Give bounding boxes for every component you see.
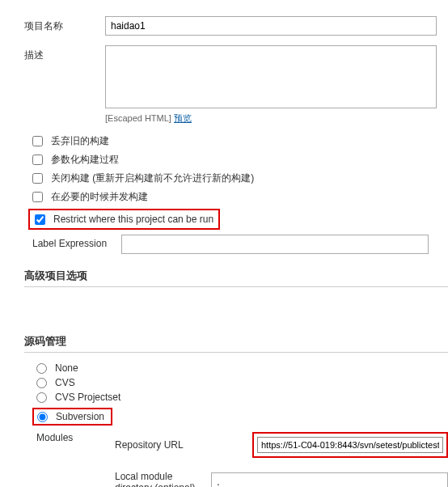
discard-old-checkbox[interactable]	[32, 136, 43, 146]
subversion-highlight-box: Subversion	[32, 408, 112, 426]
scm-cvsprojectset-label: CVS Projectset	[55, 392, 120, 403]
restrict-label: Restrict where this project can be run	[53, 214, 213, 225]
modules-label: Modules	[36, 432, 115, 443]
concurrent-checkbox[interactable]	[32, 192, 43, 202]
scm-cvs-radio[interactable]	[36, 378, 47, 388]
param-build-checkbox[interactable]	[32, 155, 43, 165]
scm-subversion-label: Subversion	[56, 411, 104, 422]
close-build-label: 关闭构建 (重新开启构建前不允许进行新的构建)	[51, 172, 254, 185]
escaped-html-text: [Escaped HTML]	[105, 113, 171, 123]
preview-link[interactable]: 预览	[174, 113, 192, 123]
project-name-label: 项目名称	[24, 16, 105, 33]
description-label: 描述	[24, 45, 105, 62]
label-expression-input[interactable]	[121, 235, 429, 254]
scm-none-label: None	[55, 362, 78, 374]
repo-url-highlight-box	[252, 432, 448, 458]
repo-url-input[interactable]	[257, 437, 443, 453]
scm-cvs-label: CVS	[55, 377, 75, 388]
restrict-checkbox[interactable]	[35, 214, 45, 225]
project-name-input[interactable]	[105, 16, 437, 36]
local-dir-input[interactable]	[211, 472, 448, 487]
scm-none-radio[interactable]	[36, 363, 47, 374]
concurrent-label: 在必要的时候并发构建	[51, 190, 148, 204]
repo-url-label: Repository URL	[115, 439, 252, 451]
discard-old-label: 丢弃旧的构建	[51, 134, 109, 148]
description-textarea[interactable]	[105, 45, 437, 108]
local-dir-label: Local module directory (optional)	[115, 471, 211, 487]
advanced-options-heading: 高级项目选项	[24, 269, 448, 287]
scm-subversion-radio[interactable]	[37, 412, 48, 422]
restrict-highlight-box: Restrict where this project can be run	[28, 209, 220, 230]
label-expression-label: Label Expression	[32, 235, 121, 249]
scm-heading: 源码管理	[24, 334, 448, 353]
scm-cvsprojectset-radio[interactable]	[36, 392, 47, 403]
close-build-checkbox[interactable]	[32, 173, 43, 184]
param-build-label: 参数化构建过程	[51, 153, 119, 167]
